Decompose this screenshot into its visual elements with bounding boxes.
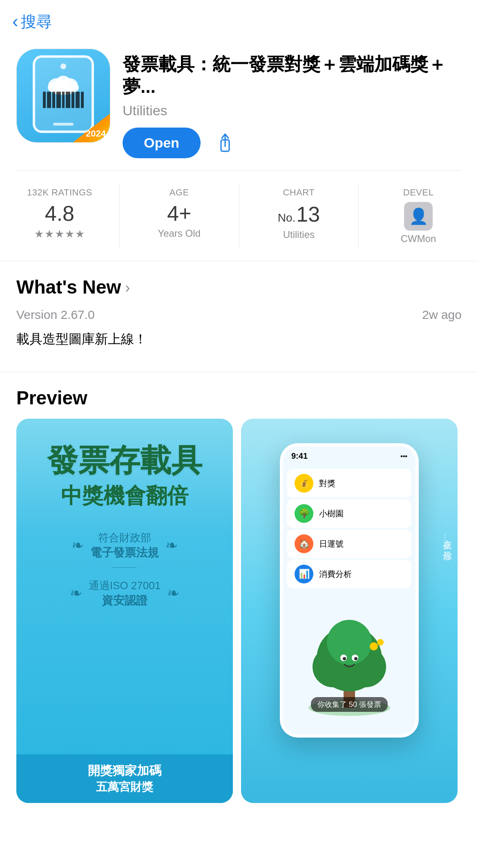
preview-main-title: 發票存載具 bbox=[47, 443, 202, 478]
app-icon: 2024 bbox=[16, 49, 110, 143]
phone-time: 9:41 bbox=[291, 451, 308, 461]
bottom-text: 開獎獨家加碼 bbox=[25, 763, 225, 779]
badge2-label: 通過ISO 27001 bbox=[89, 579, 161, 593]
laurel-row-1: ❧ 符合財政部 電子發票法規 ❧ bbox=[71, 531, 178, 561]
icon-phone bbox=[33, 55, 94, 133]
side-note: 在桌… 你最… bbox=[441, 533, 453, 554]
whats-new-title[interactable]: What's New bbox=[16, 276, 121, 298]
icon-barcode bbox=[43, 92, 84, 108]
chart-value: No. 13 bbox=[278, 202, 320, 227]
badge1-label: 符合財政部 bbox=[90, 531, 159, 545]
stats-row: 132K RATINGS 4.8 ★ ★ ★ ★ ★ AGE 4+ Years … bbox=[0, 171, 478, 261]
menu-item-prize: 💰 對獎 bbox=[287, 469, 411, 498]
preview-section: Preview 發票存載具 中獎機會翻倍 ❧ 符合財政部 電子發票法規 ❧ bbox=[0, 372, 478, 803]
menu-icon-daily: 🏠 bbox=[295, 534, 313, 553]
menu-label-prize: 對獎 bbox=[319, 478, 335, 489]
menu-item-tree: 🌳 小樹園 bbox=[287, 499, 411, 528]
developer-avatar-icon: 👤 bbox=[409, 207, 428, 225]
laurel-row-2: ❧ 通過ISO 27001 資安認證 ❧ bbox=[70, 579, 179, 608]
share-button[interactable] bbox=[213, 131, 237, 155]
preview-sub-title: 中獎機會翻倍 bbox=[61, 482, 188, 510]
chart-label: CHART bbox=[283, 187, 315, 198]
icon-home-indicator bbox=[53, 123, 74, 126]
ratings-value: 4.8 bbox=[45, 202, 74, 225]
app-icon-wrapper: 2024 bbox=[16, 49, 110, 143]
app-info: 發票載具：統一發票對獎＋雲端加碼獎＋夢... Utilities Open bbox=[123, 49, 462, 158]
svg-point-16 bbox=[370, 642, 378, 650]
laurel-right-2: ❧ bbox=[167, 585, 179, 602]
svg-point-3 bbox=[56, 76, 71, 89]
app-title: 發票載具：統一發票對獎＋雲端加碼獎＋夢... bbox=[123, 53, 462, 98]
menu-icon-analysis: 📊 bbox=[295, 565, 313, 583]
back-button[interactable]: ‹ 搜尋 bbox=[12, 11, 52, 32]
badge2-title: 資安認證 bbox=[89, 593, 161, 608]
stat-chart: CHART No. 13 Utilities bbox=[239, 183, 359, 249]
preview-card-1: 發票存載具 中獎機會翻倍 ❧ 符合財政部 電子發票法規 ❧ ❧ 通 bbox=[16, 419, 233, 803]
developer-avatar: 👤 bbox=[404, 202, 433, 231]
receipt-count-text: 你收集了 50 張發票 bbox=[317, 700, 381, 709]
developer-name: CWMon bbox=[401, 233, 436, 244]
menu-label-daily: 日運號 bbox=[319, 538, 344, 550]
age-sub: Years Old bbox=[158, 228, 201, 239]
app-actions: Open bbox=[123, 128, 462, 158]
share-icon bbox=[215, 132, 235, 154]
svg-point-15 bbox=[354, 657, 357, 660]
preview-images: 發票存載具 中獎機會翻倍 ❧ 符合財政部 電子發票法規 ❧ ❧ 通 bbox=[16, 419, 462, 803]
preview-title: Preview bbox=[16, 372, 462, 409]
star-3: ★ bbox=[55, 228, 64, 240]
app-header: 2024 發票載具：統一發票對獎＋雲端加碼獎＋夢... Utilities Op… bbox=[0, 40, 478, 170]
version-text: Version 2.67.0 bbox=[16, 308, 95, 322]
menu-label-analysis: 消費分析 bbox=[319, 569, 352, 580]
menu-label-tree: 小樹園 bbox=[319, 508, 344, 519]
chart-num: 13 bbox=[296, 202, 320, 227]
bottom-sub: 五萬宮財獎 bbox=[25, 779, 225, 795]
badge1-title: 電子發票法規 bbox=[90, 545, 159, 561]
stat-ratings: 132K RATINGS 4.8 ★ ★ ★ ★ ★ bbox=[0, 183, 120, 249]
version-row: Version 2.67.0 2w ago bbox=[16, 308, 462, 322]
receipt-count-badge: 你收集了 50 張發票 bbox=[311, 697, 388, 712]
phone-status-bar: 9:41 ▪▪▪ bbox=[283, 446, 415, 464]
version-time: 2w ago bbox=[422, 308, 462, 322]
open-button[interactable]: Open bbox=[123, 128, 201, 158]
whats-new-section: What's New › Version 2.67.0 2w ago 載具造型圖… bbox=[0, 261, 478, 372]
svg-point-17 bbox=[377, 639, 384, 646]
laurel-left-1: ❧ bbox=[71, 537, 84, 554]
update-note: 載具造型圖庫新上線！ bbox=[16, 329, 462, 349]
laurel-left-2: ❧ bbox=[70, 585, 82, 602]
menu-item-analysis: 📊 消費分析 bbox=[287, 560, 411, 588]
age-value: 4+ bbox=[167, 202, 191, 225]
menu-icon-prize: 💰 bbox=[295, 474, 313, 493]
phone-icons: ▪▪▪ bbox=[400, 453, 407, 460]
ratings-label: 132K RATINGS bbox=[27, 187, 92, 198]
whats-new-title-row: What's New › bbox=[16, 276, 462, 298]
chevron-left-icon: ‹ bbox=[12, 12, 18, 30]
phone-mockup: 9:41 ▪▪▪ 💰 對獎 🌳 小樹園 🏠 日運號 bbox=[280, 443, 419, 738]
whats-new-chevron-icon: › bbox=[125, 279, 130, 296]
nav-bar: ‹ 搜尋 bbox=[0, 0, 478, 40]
developer-label: DEVEL bbox=[403, 187, 434, 198]
star-2: ★ bbox=[45, 228, 54, 240]
icon-phone-dot bbox=[60, 63, 66, 69]
ratings-stars: ★ ★ ★ ★ ★ bbox=[34, 228, 85, 240]
stat-developer: DEVEL 👤 CWMon bbox=[359, 183, 478, 249]
badge-divider bbox=[112, 567, 137, 568]
star-1: ★ bbox=[34, 228, 44, 240]
star-4: ★ bbox=[65, 228, 74, 240]
menu-icon-tree: 🌳 bbox=[295, 504, 313, 523]
preview-card-2: 9:41 ▪▪▪ 💰 對獎 🌳 小樹園 🏠 日運號 bbox=[241, 419, 458, 803]
chart-sub: Utilities bbox=[283, 229, 315, 240]
menu-item-daily: 🏠 日運號 bbox=[287, 529, 411, 558]
phone-menu: 💰 對獎 🌳 小樹園 🏠 日運號 📊 消費分析 bbox=[283, 464, 415, 593]
svg-point-11 bbox=[327, 620, 372, 665]
stat-age: AGE 4+ Years Old bbox=[120, 183, 239, 249]
star-5: ★ bbox=[75, 228, 85, 240]
preview-bottom-banner: 開獎獨家加碼 五萬宮財獎 bbox=[16, 754, 233, 803]
back-label: 搜尋 bbox=[21, 11, 52, 32]
age-label: AGE bbox=[170, 187, 189, 198]
app-category: Utilities bbox=[123, 103, 462, 119]
preview-badges: ❧ 符合財政部 電子發票法規 ❧ ❧ 通過ISO 27001 資安認證 ❧ bbox=[70, 527, 179, 608]
chart-no: No. bbox=[278, 211, 296, 224]
phone-tree-area: 你收集了 50 張發票 bbox=[283, 593, 415, 716]
svg-point-14 bbox=[343, 657, 346, 660]
laurel-right-1: ❧ bbox=[165, 537, 178, 554]
